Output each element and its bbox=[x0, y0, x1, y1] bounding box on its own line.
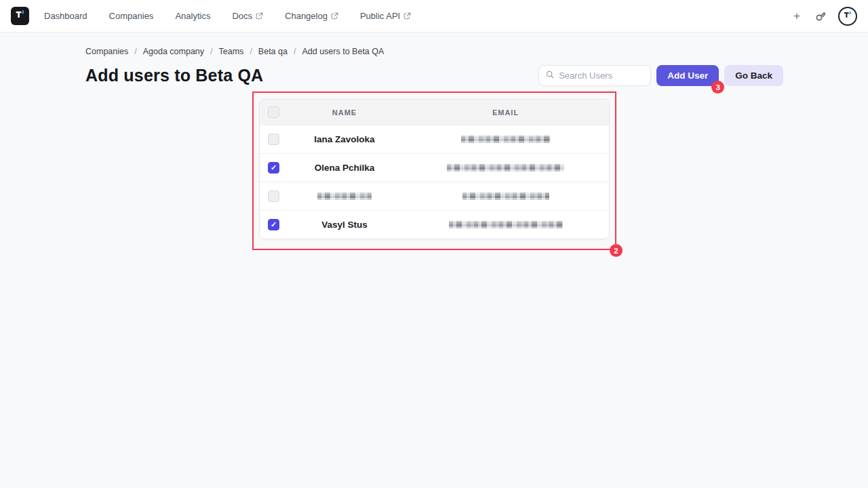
column-header-email: EMAIL bbox=[492, 108, 519, 117]
table-row: ✓ Vasyl Stus bbox=[260, 210, 609, 239]
annotation-step-badge-3: 3 bbox=[711, 81, 724, 94]
add-user-wrapper: Add User 3 bbox=[656, 65, 719, 86]
nav-item-public-api[interactable]: Public API bbox=[360, 11, 411, 21]
external-link-icon bbox=[403, 12, 411, 20]
table-row: ✓ Olena Pchilka bbox=[260, 153, 609, 182]
breadcrumb-separator: / bbox=[294, 47, 296, 56]
brand-logo[interactable] bbox=[11, 7, 29, 25]
nav-item-label: Analytics bbox=[175, 11, 210, 21]
page-header: Add users to Beta QA Add User 3 Go Back bbox=[85, 65, 783, 86]
user-name: Iana Zavoloka bbox=[314, 134, 374, 144]
user-name: Olena Pchilka bbox=[315, 163, 375, 173]
nav-item-label: Docs bbox=[232, 11, 252, 21]
page-title: Add users to Beta QA bbox=[85, 66, 263, 85]
t-logo-icon bbox=[14, 8, 26, 24]
users-table: ✓ NAME EMAIL ✓ Iana Zavoloka ✓ Olena Pch… bbox=[259, 99, 610, 239]
annotated-table-region: 2 ✓ NAME EMAIL ✓ Iana Zavoloka ✓ bbox=[252, 92, 616, 250]
user-name: Vasyl Stus bbox=[321, 220, 368, 230]
table-row: ✓ bbox=[260, 182, 609, 210]
redacted-email bbox=[447, 164, 564, 171]
annotation-step-badge-2: 2 bbox=[610, 244, 623, 257]
breadcrumb: Companies / Agoda company / Teams / Beta… bbox=[85, 47, 783, 56]
t-logo-icon bbox=[842, 9, 853, 23]
user-avatar[interactable] bbox=[838, 7, 857, 26]
nav-item-analytics[interactable]: Analytics bbox=[175, 11, 210, 21]
nav-item-label: Companies bbox=[109, 11, 154, 21]
row-checkbox[interactable]: ✓ bbox=[268, 134, 279, 145]
row-checkbox[interactable]: ✓ bbox=[268, 162, 279, 174]
table-header-row: ✓ NAME EMAIL bbox=[260, 100, 609, 125]
redacted-email bbox=[462, 192, 549, 200]
search-icon[interactable] bbox=[814, 10, 827, 22]
select-all-checkbox[interactable]: ✓ bbox=[268, 106, 279, 118]
go-back-button[interactable]: Go Back bbox=[724, 65, 783, 86]
plus-icon[interactable]: + bbox=[791, 9, 803, 23]
row-checkbox[interactable]: ✓ bbox=[268, 190, 279, 202]
breadcrumb-separator: / bbox=[250, 47, 252, 56]
nav-item-label: Public API bbox=[360, 11, 400, 21]
row-checkbox[interactable]: ✓ bbox=[268, 219, 279, 230]
nav-links: Dashboard Companies Analytics Docs Chang… bbox=[44, 11, 411, 21]
redacted-name bbox=[317, 192, 372, 200]
toolbar: Add User 3 Go Back bbox=[538, 65, 783, 86]
breadcrumb-separator: / bbox=[210, 47, 212, 56]
breadcrumb-item-companies[interactable]: Companies bbox=[85, 47, 128, 56]
table-row: ✓ Iana Zavoloka bbox=[260, 125, 609, 153]
nav-item-changelog[interactable]: Changelog bbox=[285, 11, 338, 21]
redacted-email bbox=[449, 221, 563, 228]
breadcrumb-item-agoda-company[interactable]: Agoda company bbox=[143, 47, 204, 56]
search-users-box bbox=[538, 65, 651, 86]
breadcrumb-item-beta-qa[interactable]: Beta qa bbox=[258, 47, 288, 56]
column-header-name: NAME bbox=[332, 108, 357, 117]
search-users-input[interactable] bbox=[559, 70, 644, 81]
nav-item-docs[interactable]: Docs bbox=[232, 11, 263, 21]
breadcrumb-item-teams[interactable]: Teams bbox=[219, 47, 244, 56]
top-navigation: Dashboard Companies Analytics Docs Chang… bbox=[0, 0, 868, 33]
nav-item-label: Changelog bbox=[285, 11, 328, 21]
nav-item-label: Dashboard bbox=[44, 11, 87, 21]
breadcrumb-item-current: Add users to Beta QA bbox=[302, 47, 384, 56]
add-user-button[interactable]: Add User bbox=[656, 65, 719, 86]
nav-item-companies[interactable]: Companies bbox=[109, 11, 154, 21]
redacted-email bbox=[461, 136, 551, 143]
main-content: Companies / Agoda company / Teams / Beta… bbox=[0, 47, 868, 250]
external-link-icon bbox=[256, 12, 263, 20]
external-link-icon bbox=[331, 12, 338, 20]
breadcrumb-separator: / bbox=[134, 47, 136, 56]
magnifier-icon bbox=[545, 70, 555, 82]
nav-actions: + bbox=[791, 7, 857, 26]
nav-item-dashboard[interactable]: Dashboard bbox=[44, 11, 87, 21]
